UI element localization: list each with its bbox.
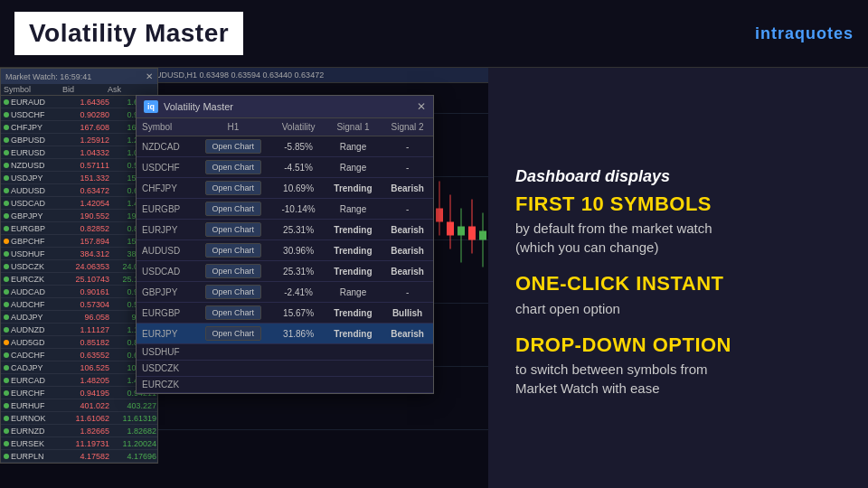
open-chart-button[interactable]: Open Chart [205, 160, 262, 174]
status-dot [4, 213, 9, 219]
vm-chart-cell: Open Chart [193, 178, 272, 199]
vm-signal1: Range [325, 136, 382, 157]
vm-symbol: GBPJPY [137, 282, 193, 303]
mw-ask: 11.20024 [109, 439, 156, 448]
list-item[interactable]: EURSEK 11.19731 11.20024 [1, 437, 157, 450]
vm-popup-close-button[interactable]: ✕ [417, 100, 426, 113]
open-chart-button[interactable]: Open Chart [205, 181, 262, 195]
vm-volatility: 10.69% [272, 178, 325, 199]
th-signal2: Signal 2 [382, 118, 433, 136]
vm-signal2: - [382, 136, 433, 157]
list-item[interactable]: CADCHF 0.63552 0.63563 [1, 349, 157, 361]
list-item[interactable]: EURCZK 25.10743 25.11277 [1, 273, 157, 286]
vm-popup-header: iq Volatility Master ✕ [137, 96, 433, 118]
status-dot [4, 416, 9, 421]
table-row[interactable]: EURGBP Open Chart -10.14% Range - [137, 199, 433, 220]
table-row[interactable]: USDHUF [137, 344, 433, 361]
vm-volatility: 30.96% [272, 240, 325, 261]
th-signal1: Signal 1 [325, 118, 382, 136]
vm-chart-cell: Open Chart [193, 261, 272, 282]
vm-signal2: Bearish [382, 240, 433, 261]
list-item[interactable]: AUDCHF 0.57304 0.57317 [1, 298, 157, 311]
list-item[interactable]: GBPJPY 190.552 190.571 [1, 210, 157, 222]
mw-symbol: EURCZK [4, 275, 62, 284]
list-item[interactable]: CADJPY 106.525 106.540 [1, 361, 157, 374]
list-item[interactable]: AUDJPY 96.058 96.070 [1, 311, 157, 324]
market-watch: Market Watch: 16:59:41 ✕ Symbol Bid Ask … [0, 68, 158, 464]
mw-bid: 1.11127 [62, 325, 109, 334]
table-row[interactable]: USDCAD Open Chart 25.31% Trending Bearis… [137, 261, 433, 282]
list-item[interactable]: USDCHF 0.90280 0.90295 [1, 108, 157, 121]
status-dot [4, 365, 9, 371]
mw-ask: 11.61319 [109, 414, 156, 423]
status-dot [4, 352, 9, 358]
table-row[interactable]: GBPJPY Open Chart -2.41% Range - [137, 282, 433, 303]
open-chart-button[interactable]: Open Chart [205, 202, 262, 216]
vm-signal2: - [382, 282, 433, 303]
vm-symbol: USDCAD [137, 261, 193, 282]
desc-subtitle: Dashboard displays [515, 167, 841, 186]
list-item[interactable]: AUDUSD 0.63472 0.63483 [1, 184, 157, 197]
mw-bid: 167.608 [62, 123, 109, 132]
mw-bid: 384.312 [62, 249, 109, 258]
market-watch-close-button[interactable]: ✕ [146, 71, 153, 81]
list-item[interactable]: EURCHF 0.94195 0.94211 [1, 387, 157, 399]
mw-symbol: NZDUSD [4, 161, 62, 170]
list-item[interactable]: USDCZK 24.06353 24.06827 [1, 260, 157, 273]
list-item[interactable]: USDHUF 384.312 386.502 [1, 248, 157, 260]
list-item[interactable]: EURGBP 0.82852 0.82865 [1, 222, 157, 235]
list-item[interactable]: NZDUSD 0.57111 0.57123 [1, 159, 157, 172]
table-row[interactable]: CHFJPY Open Chart 10.69% Trending Bearis… [137, 178, 433, 199]
status-dot [4, 454, 9, 459]
table-row[interactable]: AUDUSD Open Chart 30.96% Trending Bearis… [137, 240, 433, 261]
mw-bid: 1.25912 [62, 136, 109, 145]
open-chart-button[interactable]: Open Chart [205, 305, 262, 320]
status-dot [4, 239, 9, 244]
vm-popup: iq Volatility Master ✕ Symbol H1 Volatil… [136, 95, 434, 394]
table-row[interactable]: EURJPY Open Chart 25.31% Trending Bearis… [137, 220, 433, 240]
list-item[interactable]: AUDNZD 1.11127 1.11139 [1, 324, 157, 336]
right-panel: Dashboard displays FIRST 10 SYMBOLS by d… [488, 68, 868, 488]
list-item[interactable]: AUD5GD 0.85182 0.85210 [1, 336, 157, 349]
open-chart-button[interactable]: Open Chart [205, 139, 262, 154]
svg-rect-66 [468, 227, 476, 240]
vm-signal1: Trending [325, 324, 382, 344]
list-item[interactable]: EURAUD 1.64365 1.64380 [1, 96, 157, 108]
mw-bid: 0.90280 [62, 110, 109, 119]
status-dot [4, 175, 9, 181]
vm-chart-cell: Open Chart [193, 324, 272, 344]
open-chart-button[interactable]: Open Chart [205, 222, 262, 237]
list-item[interactable]: GBPCHF 157.894 157.908 [1, 235, 157, 248]
list-item[interactable]: AUDCAD 0.90161 0.90181 [1, 286, 157, 298]
list-item[interactable]: EURCAD 1.48205 1.48230 [1, 374, 157, 387]
list-item[interactable]: USDJPY 151.332 151.343 [1, 172, 157, 184]
list-item[interactable]: EURPLN 4.17582 4.17696 [1, 450, 157, 463]
open-chart-button[interactable]: Open Chart [205, 285, 262, 299]
vm-signal2: Bearish [382, 178, 433, 199]
open-chart-button[interactable]: Open Chart [205, 326, 262, 341]
table-row[interactable]: USDCHF Open Chart -4.51% Range - [137, 157, 433, 178]
list-item[interactable]: USDCAD 1.42054 1.42068 [1, 197, 157, 210]
mw-bid: 0.82852 [62, 224, 109, 233]
table-row[interactable]: EURCZK [137, 377, 433, 393]
list-item[interactable]: EURNOK 11.61062 11.61319 [1, 412, 157, 425]
table-row[interactable]: USDCZK [137, 361, 433, 377]
list-item[interactable]: EURHUF 401.022 403.227 [1, 399, 157, 412]
list-item[interactable]: GBPUSD 1.25912 1.25927 [1, 134, 157, 146]
list-item[interactable]: CHFJPY 167.608 167.626 [1, 121, 157, 134]
open-chart-button[interactable]: Open Chart [205, 243, 262, 258]
mw-symbol: EURHUF [4, 401, 62, 410]
mw-symbol: GBPJPY [4, 211, 62, 221]
table-row[interactable]: EURGBP Open Chart 15.67% Trending Bullis… [137, 303, 433, 324]
list-item[interactable]: EURNZD 1.82665 1.82682 [1, 425, 157, 437]
table-row[interactable]: NZDCAD Open Chart -5.85% Range - [137, 136, 433, 157]
vm-symbol: USDCHF [137, 157, 193, 178]
open-chart-button[interactable]: Open Chart [205, 264, 262, 278]
mw-symbol: CADCHF [4, 351, 62, 360]
list-item[interactable]: EURUSD 1.04332 1.04343 [1, 146, 157, 159]
mw-symbol: USDHUF [4, 249, 62, 258]
mw-bid: 157.894 [62, 237, 109, 246]
vm-symbol: EURCZK [137, 377, 193, 393]
chart-header: AUDUSD,H1 0.63498 0.63594 0.63440 0.6347… [145, 68, 488, 83]
table-row[interactable]: EURJPY Open Chart 31.86% Trending Bearis… [137, 324, 433, 344]
